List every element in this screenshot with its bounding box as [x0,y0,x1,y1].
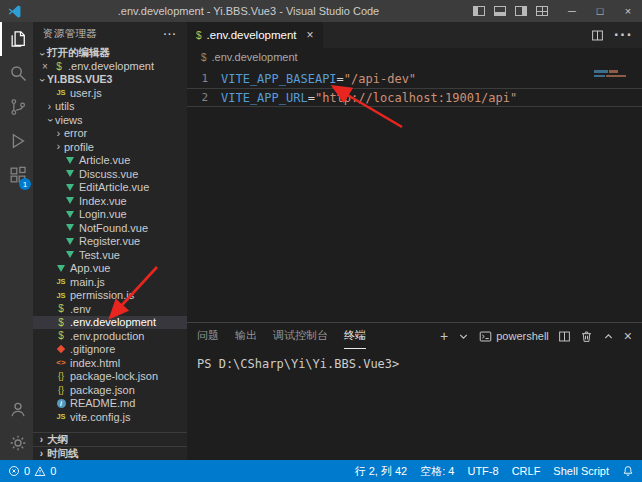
window-controls: ─ □ × [558,0,642,22]
editor-more-actions-icon[interactable]: ··· [614,26,633,44]
toggle-panel-icon[interactable] [494,6,506,16]
cursor-position[interactable]: 行 2, 列 42 [355,464,408,479]
minimize-button[interactable]: ─ [558,0,586,22]
tree-item-EditArticle.vue[interactable]: EditArticle.vue [33,181,187,195]
vscode-window: .env.development - Yi.BBS.Vue3 - Visual … [0,0,642,482]
timeline-label: 时间线 [47,447,79,461]
tree-item-Test.vue[interactable]: Test.vue [33,248,187,262]
tree-item-.env.development[interactable]: $.env.development [33,316,187,330]
tree-item-package-lock.json[interactable]: {}package-lock.json [33,370,187,384]
vue-file-icon [64,224,76,231]
file-name: Register.vue [79,235,140,247]
notifications-bell-icon[interactable] [622,465,634,477]
split-terminal-icon[interactable] [558,330,571,343]
toggle-secondary-sidebar-icon[interactable] [515,6,527,16]
panel-tab-debug-console[interactable]: 调试控制台 [273,323,328,349]
code-editor[interactable]: 1VITE_APP_BASEAPI="/api-dev"2VITE_APP_UR… [187,66,642,322]
js-file-icon: JS [55,291,67,300]
warning-icon [34,465,46,477]
close-editor-icon[interactable]: × [39,61,51,72]
file-name: NotFound.vue [79,222,148,234]
tree-item-utils[interactable]: ›utils [33,100,187,114]
timeline-section[interactable]: › 时间线 [33,446,187,460]
tree-item-.env.production[interactable]: $.env.production [33,329,187,343]
panel-tab-output[interactable]: 输出 [235,323,257,349]
toggle-sidebar-icon[interactable] [473,6,485,16]
minimap[interactable] [594,70,636,79]
open-editors-header[interactable]: › 打开的编辑器 [33,46,187,60]
tree-item-Register.vue[interactable]: Register.vue [33,235,187,249]
maximize-panel-icon[interactable] [602,330,615,343]
tree-item-Discuss.vue[interactable]: Discuss.vue [33,167,187,181]
tree-item-Login.vue[interactable]: Login.vue [33,208,187,222]
tree-item-error[interactable]: ›error [33,127,187,141]
terminal-dropdown-icon[interactable] [457,330,470,343]
file-name: permission.js [70,289,134,301]
tree-item-permission.js[interactable]: JSpermission.js [33,289,187,303]
code-text: VITE_APP_URL="http://localhost:19001/api… [221,89,517,107]
tree-item-.gitignore[interactable]: .gitignore [33,343,187,357]
explorer-icon[interactable] [0,22,33,56]
kill-terminal-trash-icon[interactable] [580,330,593,343]
tree-item-.env[interactable]: $.env [33,302,187,316]
account-icon[interactable] [0,392,33,426]
source-control-icon[interactable] [0,90,33,124]
open-editor-item[interactable]: ×$.env.development [33,60,187,72]
outline-section[interactable]: › 大纲 [33,432,187,446]
language-mode[interactable]: Shell Script [553,465,609,477]
terminal-prompt: PS D:\CSharp\Yi\Yi.BBS.Vue3> [197,357,399,371]
project-section-header[interactable]: › YI.BBS.VUE3 [33,72,187,86]
code-line-1[interactable]: 1VITE_APP_BASEAPI="/api-dev" [187,69,642,88]
customize-layout-icon[interactable] [536,6,548,16]
maximize-button[interactable]: □ [586,0,614,22]
file-name: Index.vue [79,195,127,207]
close-button[interactable]: × [614,0,642,22]
problems-status[interactable]: 0 0 [8,465,56,477]
tree-item-views[interactable]: ›views [33,113,187,127]
bottom-panel: 问题输出调试控制台终端 + powershell × [187,322,642,460]
encoding[interactable]: UTF-8 [467,465,498,477]
run-debug-icon[interactable] [0,124,33,158]
terminal-tab-powershell[interactable]: powershell [479,330,549,343]
close-panel-icon[interactable]: × [624,329,632,343]
split-editor-icon[interactable] [591,29,604,42]
tree-item-Article.vue[interactable]: Article.vue [33,154,187,168]
tree-item-App.vue[interactable]: App.vue [33,262,187,276]
panel-tab-terminal[interactable]: 终端 [344,323,366,349]
tree-item-README.md[interactable]: iREADME.md [33,397,187,411]
error-icon [8,465,20,477]
json-file-icon: {} [55,371,67,381]
chevron-right-icon: › [36,434,47,445]
panel-header: 问题输出调试控制台终端 + powershell × [187,323,642,349]
breadcrumb-file[interactable]: .env.development [212,51,298,63]
tree-item-main.js[interactable]: JSmain.js [33,275,187,289]
file-name: .gitignore [70,343,115,355]
tree-item-profile[interactable]: ›profile [33,140,187,154]
env-file-icon: $ [55,317,67,328]
tree-item-package.json[interactable]: {}package.json [33,383,187,397]
chevron-right-icon: › [53,128,64,139]
js-file-icon: JS [55,412,67,421]
eol-sequence[interactable]: CRLF [512,465,541,477]
info-file-icon: i [57,399,66,408]
search-icon[interactable] [0,56,33,90]
indentation[interactable]: 空格: 4 [420,464,454,479]
sidebar-title: 资源管理器 [43,27,97,41]
panel-tab-problems[interactable]: 问题 [197,323,219,349]
explorer-more-actions-icon[interactable]: ··· [164,28,178,40]
settings-gear-icon[interactable] [0,426,33,460]
tab-env-development[interactable]: $ .env.development × [187,22,323,48]
extensions-icon[interactable]: 1 [0,158,33,192]
new-terminal-icon[interactable]: + [440,329,448,343]
code-line-2[interactable]: 2VITE_APP_URL="http://localhost:19001/ap… [187,88,642,107]
breadcrumb[interactable]: $ .env.development [187,48,642,66]
tree-item-NotFound.vue[interactable]: NotFound.vue [33,221,187,235]
tree-item-index.html[interactable]: <>index.html [33,356,187,370]
tree-item-vite.config.js[interactable]: JSvite.config.js [33,410,187,424]
file-name: Article.vue [79,154,130,166]
tree-item-Index.vue[interactable]: Index.vue [33,194,187,208]
panel-tabs: 问题输出调试控制台终端 [197,323,366,349]
tab-close-icon[interactable]: × [307,28,314,42]
terminal[interactable]: PS D:\CSharp\Yi\Yi.BBS.Vue3> [187,349,642,460]
tree-item-user.js[interactable]: JSuser.js [33,86,187,100]
